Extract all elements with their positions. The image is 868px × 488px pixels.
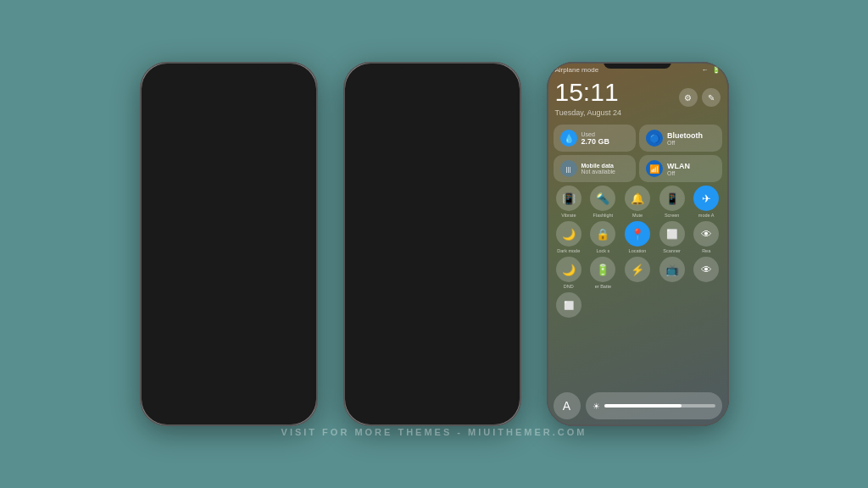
cc-toggle-airplane[interactable]: ✈ mode A	[691, 186, 722, 218]
cc-mobiledata-label: Mobile data	[581, 163, 630, 169]
cc-screen-label: Screen	[665, 213, 679, 218]
cc-toggle-darkmode[interactable]: 🌙 Dark mode	[554, 221, 585, 253]
cc-widget-row2: ||| Mobile data Not available 📶 WLAN Off	[554, 155, 722, 182]
cc-reader-label: Rea	[702, 248, 710, 253]
cc-time-row: 15:11 Tuesday, August 24 ⚙ ✎	[547, 76, 729, 121]
cc-edit-icon[interactable]: ✎	[702, 88, 721, 107]
cc-mobiledata-icon: |||	[560, 160, 577, 177]
cc-bluetooth-widget[interactable]: 🔵 Bluetooth Off	[639, 125, 722, 152]
cc-bluetooth-text: Bluetooth Off	[667, 131, 715, 146]
cc-scanner-btn[interactable]: ⬜	[659, 221, 685, 247]
cc-mobiledata-widget[interactable]: ||| Mobile data Not available	[554, 155, 637, 182]
cc-toggle-lock[interactable]: 🔒 Lock s	[587, 221, 619, 253]
cc-brightness-slider[interactable]: ☀	[586, 392, 722, 419]
cc-toggle-flashlight[interactable]: 🔦 Flashlight	[587, 186, 619, 218]
cc-brightness-icon: ☀	[593, 402, 600, 411]
cc-flashlight-label: Flashlight	[593, 213, 614, 218]
cc-widget-row1: 💧 Used 2.70 GB 🔵 Bluetooth Off	[554, 125, 722, 152]
cc-scanner-label: Scanner	[663, 248, 681, 253]
cc-bluetooth-label: Bluetooth	[667, 131, 715, 140]
cc-wlan-label: WLAN	[667, 162, 715, 170]
cc-vibrate-label: Vibrate	[561, 213, 576, 218]
phone-notch-1	[195, 62, 263, 69]
phone-notch-3	[604, 62, 671, 69]
cc-airplane-btn[interactable]: ✈	[693, 186, 719, 211]
cc-crop-btn[interactable]: ⬜	[556, 292, 581, 318]
cc-settings-icon[interactable]: ⚙	[679, 88, 698, 107]
cc-dnd-label: DND	[564, 284, 574, 289]
cc-storage-value: 2.70 GB	[581, 137, 630, 146]
phone-homescreen: 15:10 🔵 📶 🛜 🔋 Open music player ⏮ ▶ ⏭	[140, 62, 318, 426]
cc-flashlight-btn[interactable]: 🔦	[590, 186, 615, 211]
cc-bottom-bar: A ☀	[554, 392, 722, 419]
cc-toggle-scanner[interactable]: ⬜ Scanner	[656, 221, 687, 253]
cc-toggle-crop[interactable]: ⬜	[554, 292, 585, 319]
cc-mute-btn[interactable]: 🔔	[625, 186, 650, 211]
cc-toggle-dnd[interactable]: 🌙 DND	[554, 257, 585, 289]
cc-battery-label: er Batte	[595, 284, 611, 289]
cc-brightness-track	[604, 404, 715, 408]
cc-wlan-icon: 📶	[646, 160, 663, 177]
cc-reader-btn[interactable]: 👁	[693, 221, 719, 247]
control-center-panel: Airplane mode ← 🔋 15:11 Tuesday, August …	[547, 62, 729, 426]
cc-screen-btn[interactable]: 📱	[659, 186, 685, 211]
cc-bluetooth-icon: 🔵	[646, 130, 663, 147]
cc-location-label: Location	[629, 248, 647, 253]
cc-mobiledata-status: Not available	[581, 169, 630, 175]
cc-darkmode-label: Dark mode	[557, 248, 580, 253]
cc-toggle-grid: 📳 Vibrate 🔦 Flashlight 🔔 Mute 📱 Screen	[547, 186, 729, 319]
cc-lock-btn[interactable]: 🔒	[590, 221, 615, 247]
cc-toggle-battery[interactable]: 🔋 er Batte	[587, 257, 619, 289]
cc-dnd-btn[interactable]: 🌙	[556, 257, 581, 282]
cc-storage-label: Used	[581, 131, 630, 137]
cc-storage-text: Used 2.70 GB	[581, 131, 630, 146]
cc-wlan-widget[interactable]: 📶 WLAN Off	[639, 155, 722, 182]
cc-date: Tuesday, August 24	[555, 108, 622, 117]
cc-toggle-mute[interactable]: 🔔 Mute	[622, 186, 654, 218]
watermark: VISIT FOR MORE THEMES - MIUITHEMER.COM	[281, 427, 587, 437]
cc-toggle-flash[interactable]: ⚡	[622, 257, 654, 289]
cc-toggle-tv[interactable]: 📺	[656, 257, 687, 289]
cc-darkmode-btn[interactable]: 🌙	[556, 221, 581, 247]
cc-toggle-eye[interactable]: 👁	[691, 257, 722, 289]
cc-toggle-vibrate[interactable]: 📳 Vibrate	[554, 186, 585, 218]
cc-lock-label: Lock s	[596, 248, 609, 253]
cc-battery-indicator: 🔋	[712, 66, 721, 74]
cc-storage-widget[interactable]: 💧 Used 2.70 GB	[554, 125, 637, 152]
cc-accessibility-label: A	[563, 399, 570, 413]
cc-airplane-label: mode A	[698, 213, 715, 218]
cc-mute-label: Mute	[632, 213, 643, 218]
cc-toggle-location[interactable]: 📍 Location	[622, 221, 654, 253]
cc-accessibility-btn[interactable]: A	[554, 392, 581, 419]
cc-wlan-status: Off	[667, 170, 715, 176]
cc-wlan-text: WLAN Off	[667, 162, 715, 176]
phone-notch-2	[398, 62, 466, 69]
cc-brightness-fill	[604, 404, 682, 408]
cc-bluetooth-status: Off	[667, 140, 715, 146]
cc-clock: 15:11	[555, 78, 622, 107]
cc-storage-icon: 💧	[560, 130, 577, 147]
phone-controlcenter: Airplane mode ← 🔋 15:11 Tuesday, August …	[547, 62, 729, 426]
cc-battery-btn[interactable]: 🔋	[590, 257, 615, 282]
cc-charging-icon: ←	[702, 66, 709, 74]
cc-toggle-reader[interactable]: 👁 Rea	[691, 221, 722, 253]
cc-widgets: 💧 Used 2.70 GB 🔵 Bluetooth Off	[547, 121, 729, 186]
cc-top-icons: ⚙ ✎	[679, 88, 721, 107]
cc-toggle-screen[interactable]: 📱 Screen	[656, 186, 687, 218]
cc-mobiledata-text: Mobile data Not available	[581, 163, 630, 175]
cc-airplane-mode-label: Airplane mode	[555, 66, 599, 74]
cc-vibrate-btn[interactable]: 📳	[556, 186, 581, 211]
cc-tv-btn[interactable]: 📺	[659, 257, 685, 282]
cc-eye-btn[interactable]: 👁	[693, 257, 719, 282]
cc-location-btn[interactable]: 📍	[625, 221, 650, 247]
cc-flash-btn[interactable]: ⚡	[625, 257, 650, 282]
phone-lockscreen: 15:11 08 / 24 Tuesday ☀ ▶	[343, 62, 521, 426]
phone-frame-2	[343, 62, 521, 426]
phone-frame-1	[140, 62, 318, 426]
